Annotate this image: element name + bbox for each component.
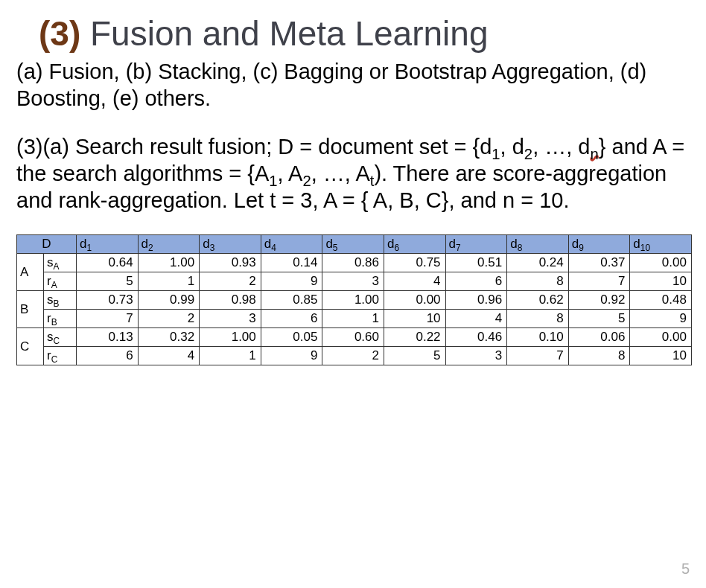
cell: 0.00 xyxy=(384,291,445,310)
header-d7: d7 xyxy=(445,235,507,254)
cell: 3 xyxy=(445,347,507,365)
cell: 0.13 xyxy=(77,328,139,347)
cell: 0.32 xyxy=(138,328,200,347)
cell: 0.10 xyxy=(507,328,569,347)
metric-rB: rB xyxy=(44,310,77,328)
cell: 0.93 xyxy=(200,254,261,272)
metric-sC: sC xyxy=(44,328,77,347)
p2-sub: 1 xyxy=(269,173,277,189)
cell: 1 xyxy=(138,272,200,291)
cell: 0.06 xyxy=(568,328,630,347)
cell: 0.46 xyxy=(445,328,507,347)
p2-frag: , …, A xyxy=(311,162,370,185)
fusion-scores-table: D d1 d2 d3 d4 d5 d6 d7 d8 d9 d10 A sA 0.… xyxy=(16,234,692,365)
paragraph-methods-list: (a) Fusion, (b) Stacking, (c) Bagging or… xyxy=(16,58,690,112)
cell: 9 xyxy=(261,272,322,291)
cell: 8 xyxy=(568,347,630,365)
table-row: A sA 0.64 1.00 0.93 0.14 0.86 0.75 0.51 … xyxy=(17,254,692,272)
cell: 4 xyxy=(138,347,200,365)
cell: 0.96 xyxy=(445,291,507,310)
cell: 2 xyxy=(322,347,384,365)
paragraph-fusion-definition: (3)(a) Search result fusion; D = documen… xyxy=(16,133,690,214)
cell: 1 xyxy=(322,310,384,328)
cell: 8 xyxy=(507,310,569,328)
cell: 8 xyxy=(507,272,569,291)
p2-sub: 2 xyxy=(524,145,532,162)
cell: 6 xyxy=(445,272,507,291)
table-row: B sB 0.73 0.99 0.98 0.85 1.00 0.00 0.96 … xyxy=(17,291,692,310)
cell: 0.14 xyxy=(261,254,322,272)
cell: 7 xyxy=(507,347,569,365)
table-row: C sC 0.13 0.32 1.00 0.05 0.60 0.22 0.46 … xyxy=(17,328,692,347)
header-d4: d4 xyxy=(261,235,322,254)
alg-B-label: B xyxy=(17,291,44,328)
header-d6: d6 xyxy=(384,235,445,254)
p2-frag: , A xyxy=(278,162,303,185)
cell: 6 xyxy=(77,347,139,365)
cell: 10 xyxy=(630,347,692,365)
metric-rA: rA xyxy=(44,272,77,291)
header-D: D xyxy=(17,235,77,254)
cell: 0.22 xyxy=(384,328,445,347)
cell: 5 xyxy=(77,272,139,291)
header-d10: d10 xyxy=(630,235,692,254)
header-d1: d1 xyxy=(77,235,139,254)
slide: (3) Fusion and Meta Learning (a) Fusion,… xyxy=(0,0,706,588)
cell: 0.00 xyxy=(630,328,692,347)
cell: 7 xyxy=(77,310,139,328)
cell: 5 xyxy=(384,347,445,365)
cell: 0.73 xyxy=(77,291,139,310)
cell: 9 xyxy=(630,310,692,328)
cell: 5 xyxy=(568,310,630,328)
cell: 4 xyxy=(445,310,507,328)
alg-C-label: C xyxy=(17,328,44,365)
p2-frag: , …, d xyxy=(532,135,590,159)
p2-frag: (3)(a) Search result fusion; D = documen… xyxy=(16,135,492,159)
cell: 0.92 xyxy=(568,291,630,310)
cell: 0.75 xyxy=(384,254,445,272)
header-d5: d5 xyxy=(322,235,384,254)
cell: 0.64 xyxy=(77,254,139,272)
p2-frag: , d xyxy=(500,135,524,159)
table-row: rA 5 1 2 9 3 4 6 8 7 10 xyxy=(17,272,692,291)
cell: 6 xyxy=(261,310,322,328)
cell: 0.05 xyxy=(261,328,322,347)
cell: 0.99 xyxy=(138,291,200,310)
cell: 1.00 xyxy=(138,254,200,272)
cell: 4 xyxy=(384,272,445,291)
cell: 0.62 xyxy=(507,291,569,310)
page-number: 5 xyxy=(681,560,690,578)
cell: 3 xyxy=(322,272,384,291)
title-index: (3) xyxy=(39,14,80,53)
cell: 0.00 xyxy=(630,254,692,272)
p2-sub: 2 xyxy=(302,173,311,189)
header-d9: d9 xyxy=(568,235,630,254)
cell: 3 xyxy=(200,310,261,328)
squiggle-word: n xyxy=(590,135,598,159)
cell: 0.48 xyxy=(630,291,692,310)
table-header-row: D d1 d2 d3 d4 d5 d6 d7 d8 d9 d10 xyxy=(17,235,692,254)
title-rest: Fusion and Meta Learning xyxy=(80,14,488,53)
cell: 1.00 xyxy=(322,291,384,310)
cell: 0.24 xyxy=(507,254,569,272)
cell: 1 xyxy=(200,347,261,365)
cell: 2 xyxy=(200,272,261,291)
metric-sA: sA xyxy=(44,254,77,272)
alg-A-label: A xyxy=(17,254,44,291)
table-row: rB 7 2 3 6 1 10 4 8 5 9 xyxy=(17,310,692,328)
table-row: rC 6 4 1 9 2 5 3 7 8 10 xyxy=(17,347,692,365)
header-d8: d8 xyxy=(507,235,569,254)
cell: 2 xyxy=(138,310,200,328)
cell: 0.86 xyxy=(322,254,384,272)
p2-sub: 1 xyxy=(492,145,500,162)
cell: 9 xyxy=(261,347,322,365)
cell: 0.98 xyxy=(200,291,261,310)
header-d3: d3 xyxy=(200,235,261,254)
cell: 7 xyxy=(568,272,630,291)
cell: 10 xyxy=(630,272,692,291)
cell: 0.51 xyxy=(445,254,507,272)
cell: 0.37 xyxy=(568,254,630,272)
cell: 1.00 xyxy=(200,328,261,347)
cell: 10 xyxy=(384,310,445,328)
metric-sB: sB xyxy=(44,291,77,310)
